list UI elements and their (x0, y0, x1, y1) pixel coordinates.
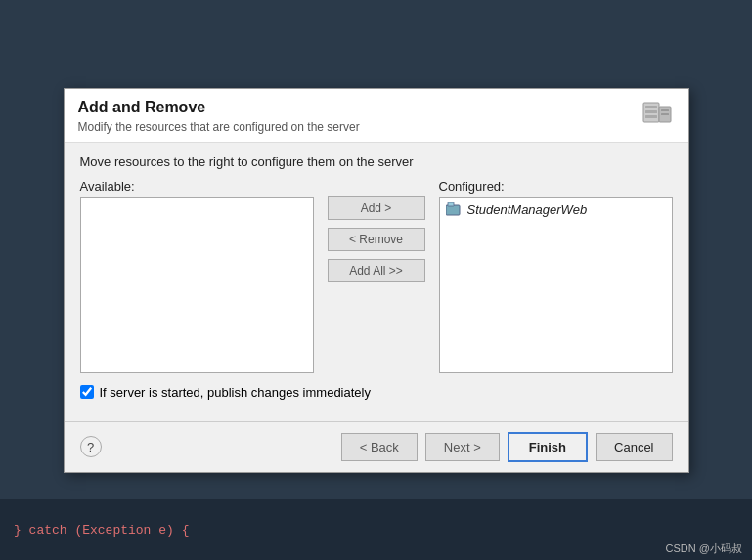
instruction-text: Move resources to the right to configure… (80, 154, 673, 169)
dialog-title: Add and Remove (78, 99, 360, 116)
svg-rect-3 (645, 115, 657, 118)
cancel-button[interactable]: Cancel (596, 433, 672, 461)
title-section: Add and Remove Modify the resources that… (78, 99, 360, 134)
dialog-body: Move resources to the right to configure… (65, 143, 688, 421)
dialog-footer: ? < Back Next > Finish Cancel (65, 421, 688, 472)
dialog-titlebar: Add and Remove Modify the resources that… (65, 89, 688, 143)
watermark: CSDN @小码叔 (666, 541, 742, 556)
svg-rect-5 (661, 109, 669, 111)
svg-rect-1 (645, 106, 657, 108)
remove-button[interactable]: < Remove (328, 228, 425, 251)
svg-rect-8 (448, 202, 454, 206)
svg-rect-7 (446, 205, 460, 215)
finish-button[interactable]: Finish (508, 432, 588, 462)
available-list[interactable] (80, 197, 314, 373)
configured-column: Configured: StudentManagerWeb (439, 179, 673, 373)
publish-checkbox[interactable] (80, 385, 94, 399)
outer-wrapper: } catch (Exception e) { CSDN @小码叔 Add an… (0, 0, 752, 560)
dialog-overlay: Add and Remove Modify the resources that… (0, 0, 752, 560)
publish-checkbox-label: If server is started, publish changes im… (100, 385, 371, 400)
svg-rect-6 (661, 113, 669, 115)
svg-rect-2 (645, 110, 657, 113)
resources-section: Available: Add > < Remove Add All >> Con… (80, 179, 673, 373)
dialog-subtitle: Modify the resources that are configured… (78, 120, 360, 134)
available-label: Available: (80, 179, 314, 194)
configured-list-item[interactable]: StudentManagerWeb (440, 198, 672, 221)
server-icon (640, 99, 675, 134)
publish-checkbox-row: If server is started, publish changes im… (80, 385, 673, 400)
project-icon (446, 202, 462, 216)
add-remove-dialog: Add and Remove Modify the resources that… (64, 88, 689, 473)
footer-left: ? (80, 436, 102, 457)
footer-right: < Back Next > Finish Cancel (341, 432, 673, 462)
configured-label: Configured: (439, 179, 673, 194)
add-button[interactable]: Add > (328, 196, 425, 220)
configured-list[interactable]: StudentManagerWeb (439, 197, 673, 373)
add-all-button[interactable]: Add All >> (328, 259, 425, 282)
configured-item-name: StudentManagerWeb (467, 202, 588, 217)
available-column: Available: (80, 179, 314, 373)
back-button[interactable]: < Back (341, 433, 418, 461)
help-button[interactable]: ? (80, 436, 102, 457)
transfer-buttons-column: Add > < Remove Add All >> (314, 196, 439, 282)
next-button[interactable]: Next > (425, 433, 500, 461)
